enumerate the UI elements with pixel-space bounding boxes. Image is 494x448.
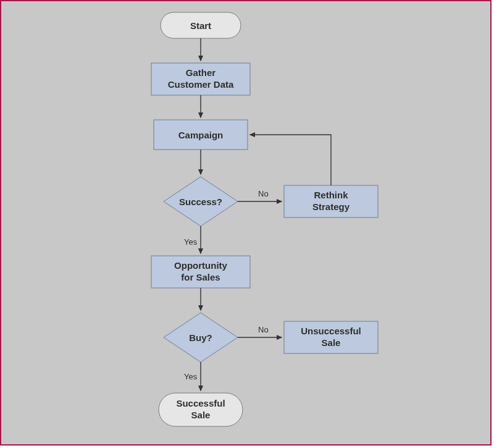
node-rethink-l1: Rethink (314, 190, 348, 200)
label-buy-no: No (258, 325, 269, 334)
node-successful-l1: Successful (176, 398, 225, 408)
node-gather-l2: Customer Data (168, 79, 234, 90)
node-buy-label: Buy? (189, 332, 212, 343)
node-rethink-l2: Strategy (312, 201, 350, 212)
node-success-label: Success? (179, 197, 222, 207)
flowchart-svg: Start Gather Customer Data Campaign Succ… (1, 1, 490, 444)
node-opportunity-l1: Opportunity (174, 260, 227, 271)
label-buy-yes: Yes (184, 372, 198, 381)
node-unsuccessful-l1: Unsuccessful (301, 326, 361, 336)
node-gather-l1: Gather (186, 67, 216, 78)
node-successful-l2: Sale (191, 410, 211, 420)
label-success-no: No (258, 189, 269, 198)
node-unsuccessful-l2: Sale (322, 337, 341, 348)
node-campaign-label: Campaign (178, 130, 224, 140)
node-opportunity-l2: for Sales (181, 272, 220, 282)
label-success-yes: Yes (184, 237, 198, 247)
node-start-label: Start (190, 20, 211, 31)
flowchart-frame: Start Gather Customer Data Campaign Succ… (0, 0, 492, 446)
edge-rethink-campaign (250, 135, 331, 185)
